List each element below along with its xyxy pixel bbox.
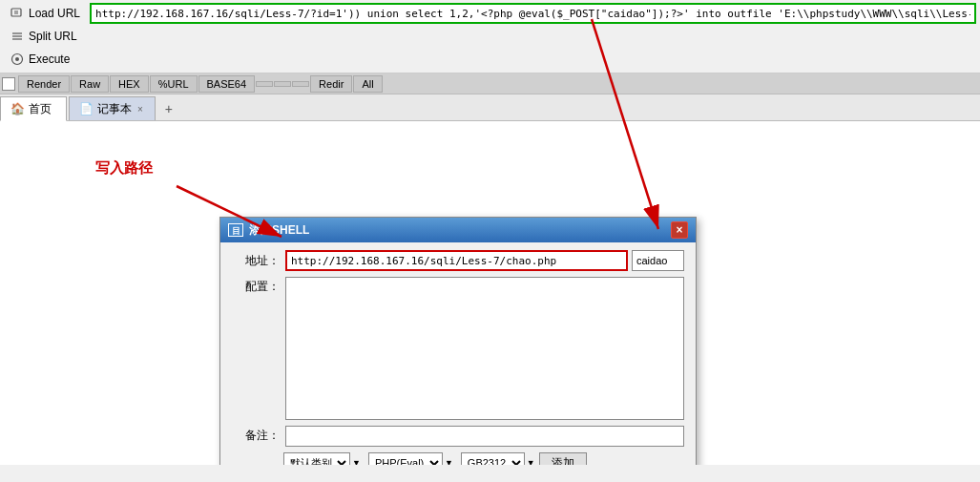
dialog-address-row: 地址：: [232, 250, 684, 271]
load-url-icon: [10, 6, 25, 21]
tab-home[interactable]: 🏠 首页: [0, 96, 67, 121]
col-empty1[interactable]: [256, 81, 273, 87]
svg-point-7: [15, 57, 19, 61]
col-url[interactable]: %URL: [150, 75, 198, 93]
dialog-eval-select[interactable]: PHP(Eval): [368, 452, 443, 465]
load-url-item[interactable]: Load URL: [4, 4, 86, 23]
dialog-titlebar: 目 添加SHELL ×: [220, 218, 696, 242]
dialog-address-label: 地址：: [232, 253, 280, 269]
dialog-body: 地址： 配置： 备注： 默认类别 ▼ PH: [220, 242, 696, 465]
load-url-label: Load URL: [29, 7, 80, 20]
col-empty3[interactable]: [292, 81, 309, 87]
col-empty2[interactable]: [274, 81, 291, 87]
select2-dropdown-icon: ▼: [445, 458, 453, 465]
col-hex[interactable]: HEX: [110, 75, 149, 93]
annotation-label: 写入路径: [95, 159, 153, 178]
col-raw[interactable]: Raw: [71, 75, 109, 93]
tab-notepad-icon: 📄: [79, 102, 94, 115]
dialog-add-button[interactable]: 添加: [539, 452, 587, 465]
dialog-bottom-row: 默认类别 ▼ PHP(Eval) ▼ GB2312 ▼ 添加: [232, 452, 684, 465]
dialog-address-input[interactable]: [285, 250, 628, 271]
tab-add-label: +: [165, 101, 173, 116]
url-bar-container: [90, 3, 976, 24]
col-base64[interactable]: BASE64: [198, 75, 256, 93]
split-url-item[interactable]: Split URL: [4, 27, 83, 46]
tabs-bar: 🏠 首页 📄 记事本 × +: [0, 94, 980, 121]
dialog-close-button[interactable]: ×: [671, 221, 688, 239]
col-header-checkbox[interactable]: [2, 77, 15, 91]
dialog-config-label: 配置：: [232, 277, 280, 295]
tab-add[interactable]: +: [157, 96, 180, 120]
url-input[interactable]: [90, 3, 976, 24]
split-url-icon: [10, 29, 25, 44]
execute-item[interactable]: Execute: [4, 50, 75, 69]
dialog-note-row: 备注：: [232, 426, 684, 447]
dialog-encoding-select[interactable]: GB2312: [461, 452, 525, 465]
dialog-title: 添加SHELL: [249, 222, 309, 239]
execute-icon: [10, 52, 25, 67]
col-all[interactable]: All: [353, 75, 382, 93]
dialog-title-icon: 目: [228, 223, 243, 237]
col-header-bar: Render Raw HEX %URL BASE64 Redir All: [0, 73, 980, 94]
dialog-config-textarea[interactable]: [285, 277, 684, 420]
add-shell-dialog: 目 添加SHELL × 地址： 配置： 备注：: [219, 217, 697, 465]
split-url-label: Split URL: [29, 30, 77, 43]
select1-dropdown-icon: ▼: [352, 458, 361, 465]
tab-home-label: 首页: [29, 101, 52, 117]
col-render[interactable]: Render: [18, 75, 70, 93]
dialog-note-label: 备注：: [232, 426, 280, 444]
col-redir[interactable]: Redir: [310, 75, 352, 93]
dialog-note-input[interactable]: [285, 426, 684, 447]
select3-dropdown-icon: ▼: [527, 458, 535, 465]
tab-notepad[interactable]: 📄 记事本 ×: [69, 96, 156, 120]
dialog-password-input[interactable]: [632, 250, 684, 271]
execute-label: Execute: [29, 52, 70, 66]
dialog-config-row: 配置：: [232, 277, 684, 420]
toolbar: Load URL Split URL E: [0, 0, 980, 73]
tab-home-icon: 🏠: [10, 102, 25, 115]
tab-notepad-label: 记事本: [97, 101, 132, 117]
tab-notepad-close[interactable]: ×: [136, 104, 145, 115]
main-content: 写入路径 目 添加SHELL × 地址： 配置： 备注：: [0, 121, 980, 465]
svg-rect-0: [11, 9, 21, 16]
dialog-type-select[interactable]: 默认类别: [283, 452, 350, 465]
